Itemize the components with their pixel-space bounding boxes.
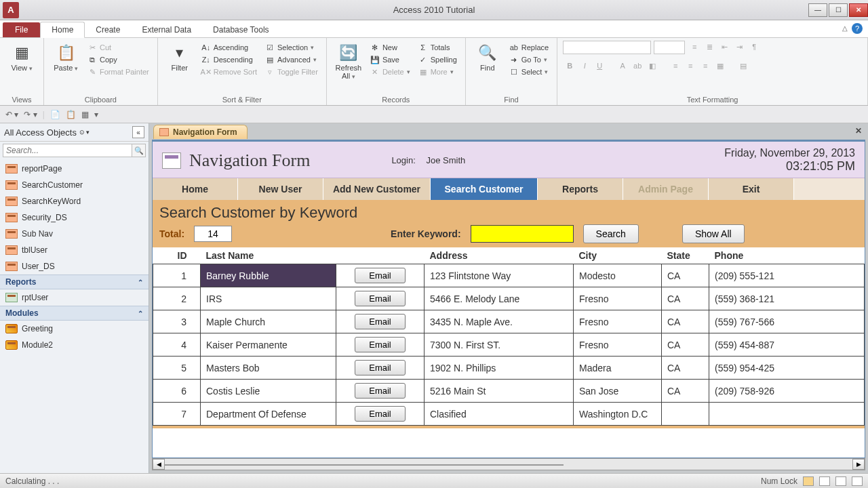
find-button[interactable]: 🔍 Find bbox=[471, 41, 504, 73]
paste-button[interactable]: 📋 Paste bbox=[50, 41, 82, 74]
collapse-nav-button[interactable]: « bbox=[132, 126, 144, 138]
navtab[interactable]: Reports bbox=[538, 178, 623, 200]
indent-right-icon[interactable]: ⇥ bbox=[732, 41, 746, 53]
nav-pane-header[interactable]: All Access Objects ⊙ ▾ « bbox=[0, 123, 149, 142]
tab-create[interactable]: Create bbox=[85, 22, 131, 37]
totals-button[interactable]: ΣTotals bbox=[416, 42, 460, 53]
font-size-combo[interactable] bbox=[654, 41, 685, 54]
email-button[interactable]: Email bbox=[355, 337, 406, 352]
search-icon[interactable]: 🔍 bbox=[132, 144, 146, 157]
doc-tab-navigation-form[interactable]: Navigation Form bbox=[153, 125, 248, 139]
font-color-button[interactable]: A bbox=[616, 60, 629, 72]
sidebar-group-reports[interactable]: Reports⌃ bbox=[0, 274, 149, 289]
cut-button[interactable]: ✂Cut bbox=[85, 42, 152, 53]
advanced-button[interactable]: ▤Advanced bbox=[262, 54, 321, 65]
more-button[interactable]: ▦More bbox=[416, 66, 460, 77]
toggle-filter-button[interactable]: ▿Toggle Filter bbox=[262, 66, 321, 77]
copy-button[interactable]: ⧉Copy bbox=[85, 54, 152, 65]
table-row[interactable]: 7Department Of DefenseEmailClasifiedWash… bbox=[153, 403, 865, 426]
align-left-button[interactable]: ≡ bbox=[669, 60, 682, 72]
minimize-button[interactable]: — bbox=[808, 3, 827, 17]
tab-home[interactable]: Home bbox=[40, 22, 85, 38]
email-button[interactable]: Email bbox=[355, 383, 406, 399]
design-view-icon[interactable] bbox=[852, 476, 863, 486]
navtab[interactable]: Exit bbox=[709, 178, 794, 200]
sidebar-item[interactable]: Sub Nav bbox=[0, 226, 149, 242]
table-row[interactable]: 6Costis LeslieEmail5216 Main StSan JoseC… bbox=[153, 380, 865, 403]
email-button[interactable]: Email bbox=[355, 314, 406, 329]
showall-button[interactable]: Show All bbox=[682, 224, 745, 243]
goto-button[interactable]: ➜Go To bbox=[507, 54, 551, 65]
navtab[interactable]: New User bbox=[238, 178, 323, 200]
sidebar-item[interactable]: SearchKeyWord bbox=[0, 193, 149, 209]
doc-close-button[interactable]: ✕ bbox=[853, 126, 864, 137]
gridlines-button[interactable]: ▦ bbox=[713, 60, 727, 72]
refresh-all-button[interactable]: 🔄 Refresh All bbox=[332, 41, 365, 82]
navtab[interactable]: Home bbox=[153, 178, 238, 200]
column-header[interactable]: Address bbox=[425, 247, 574, 264]
sidebar-item[interactable]: User_DS bbox=[0, 258, 149, 274]
column-header[interactable] bbox=[336, 247, 425, 264]
column-header[interactable]: City bbox=[574, 247, 662, 264]
sidebar-group-modules[interactable]: Modules⌃ bbox=[0, 306, 149, 321]
font-family-combo[interactable] bbox=[563, 41, 651, 54]
email-button[interactable]: Email bbox=[355, 268, 406, 283]
navtab[interactable]: Admin Page bbox=[623, 178, 709, 200]
column-header[interactable]: Last Name bbox=[201, 247, 336, 264]
new-button[interactable]: ✻New bbox=[368, 42, 413, 53]
descending-button[interactable]: Z↓Descending bbox=[199, 54, 260, 65]
tab-external-data[interactable]: External Data bbox=[131, 22, 202, 37]
help-icon[interactable]: ? bbox=[852, 23, 863, 34]
column-header[interactable]: ID bbox=[153, 247, 201, 264]
form-view-icon[interactable] bbox=[803, 476, 814, 486]
sidebar-item[interactable]: tblUser bbox=[0, 242, 149, 258]
replace-button[interactable]: abReplace bbox=[507, 42, 551, 53]
bullets-icon[interactable]: ≡ bbox=[688, 41, 701, 53]
select-button[interactable]: ☐Select bbox=[507, 66, 551, 77]
ltr-icon[interactable]: ¶ bbox=[747, 41, 761, 53]
nav-search-input[interactable] bbox=[3, 144, 132, 157]
navtab[interactable]: Search Customer bbox=[431, 178, 538, 200]
table-row[interactable]: 2IRSEmail5466 E. Melody LaneFresnoCA(559… bbox=[153, 287, 865, 310]
save-button[interactable]: 💾Save bbox=[368, 54, 413, 65]
navtab[interactable]: Add New Customer bbox=[323, 178, 431, 200]
ascending-button[interactable]: A↓Ascending bbox=[199, 42, 260, 53]
h-scrollbar[interactable]: ◀ ▶ bbox=[152, 458, 865, 470]
filter-button[interactable]: ▾ Filter bbox=[163, 41, 196, 73]
format-painter-button[interactable]: ✎Format Painter bbox=[85, 66, 152, 77]
italic-button[interactable]: I bbox=[578, 60, 591, 72]
fill-color-button[interactable]: ◧ bbox=[646, 60, 659, 72]
sidebar-item[interactable]: Module2 bbox=[0, 337, 149, 353]
sidebar-item[interactable]: Security_DS bbox=[0, 209, 149, 226]
layout-view-icon[interactable] bbox=[835, 476, 846, 486]
datasheet-view-icon[interactable] bbox=[819, 476, 830, 486]
table-row[interactable]: 5Masters BobEmail1902 N. PhillipsMaderaC… bbox=[153, 357, 865, 380]
qat-customize[interactable]: ▾ bbox=[94, 110, 98, 119]
highlight-button[interactable]: ab bbox=[631, 60, 644, 72]
email-button[interactable]: Email bbox=[355, 406, 406, 422]
align-center-button[interactable]: ≡ bbox=[684, 60, 697, 72]
search-button[interactable]: Search bbox=[583, 224, 639, 243]
table-row[interactable]: 4Kaiser PermanenteEmail7300 N. First ST.… bbox=[153, 333, 865, 357]
sidebar-item[interactable]: Greeting bbox=[0, 321, 149, 337]
close-button[interactable]: ✕ bbox=[849, 3, 868, 17]
alt-row-color-button[interactable]: ▤ bbox=[736, 60, 750, 72]
email-button[interactable]: Email bbox=[355, 360, 406, 375]
sidebar-item[interactable]: reportPage bbox=[0, 161, 149, 177]
remove-sort-button[interactable]: A✕Remove Sort bbox=[199, 66, 260, 77]
numbering-icon[interactable]: ≣ bbox=[703, 41, 716, 53]
table-row[interactable]: 1Barney RubbleEmail123 Flintstone WayMod… bbox=[153, 264, 865, 287]
ribbon-minimize-icon[interactable]: △ bbox=[842, 24, 848, 32]
spelling-button[interactable]: ✓Spelling bbox=[416, 54, 460, 65]
keyword-input[interactable] bbox=[471, 225, 574, 243]
undo-button[interactable]: ↶ ▾ bbox=[5, 110, 18, 119]
scroll-right-icon[interactable]: ▶ bbox=[852, 459, 865, 470]
file-tab[interactable]: File bbox=[3, 22, 40, 37]
column-header[interactable]: State bbox=[662, 247, 709, 264]
sidebar-item[interactable]: SearchCustomer bbox=[0, 177, 149, 193]
scroll-left-icon[interactable]: ◀ bbox=[153, 459, 165, 470]
view-button[interactable]: ▦ View bbox=[5, 41, 38, 74]
maximize-button[interactable]: ☐ bbox=[829, 3, 848, 17]
delete-button[interactable]: ✕Delete bbox=[368, 66, 413, 77]
qat-icon-3[interactable]: ▦ bbox=[81, 110, 89, 119]
